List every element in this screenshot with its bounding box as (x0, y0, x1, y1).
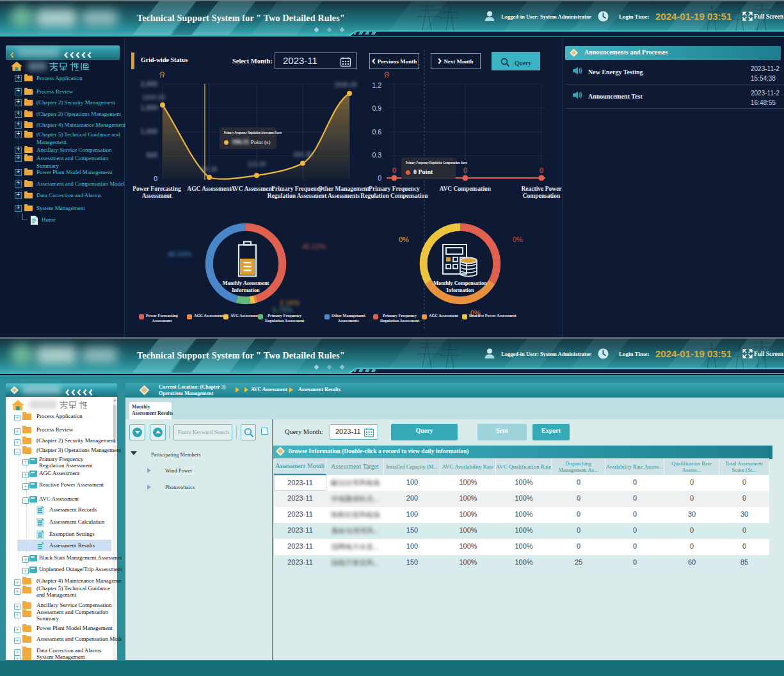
svg-text:500: 500 (146, 151, 157, 159)
svg-text:2,000: 2,000 (141, 80, 157, 88)
svg-text:AVC Assessment: AVC Assessment (230, 186, 274, 192)
svg-text:Power ForecastingAssessment: Power ForecastingAssessment (132, 186, 181, 199)
svg-text:68.36: 68.36 (201, 166, 217, 173)
svg-text:AGC Assessment: AGC Assessment (187, 186, 232, 192)
svg-text:1,000: 1,000 (141, 127, 157, 135)
svg-text:0: 0 (392, 166, 396, 174)
svg-text:0: 0 (463, 166, 467, 174)
svg-text:0: 0 (378, 174, 381, 182)
svg-text:1,500: 1,500 (141, 104, 157, 111)
svg-text:115.00: 115.00 (247, 161, 266, 168)
svg-text:1600.00: 1600.00 (142, 94, 166, 101)
svg-text:390.35: 390.35 (293, 151, 313, 158)
svg-text:1.2: 1.2 (372, 81, 381, 89)
svg-text:0.3: 0.3 (372, 151, 381, 159)
svg-text:0: 0 (154, 175, 157, 182)
svg-text:Reactive PowerCompensation: Reactive PowerCompensation (521, 186, 562, 199)
svg-text:0: 0 (540, 166, 543, 174)
svg-text:AVC Compensation: AVC Compensation (440, 186, 492, 192)
svg-text:0.6: 0.6 (372, 128, 381, 136)
svg-text:1836.00: 1836.00 (334, 81, 358, 88)
svg-text:0.9: 0.9 (372, 104, 381, 112)
svg-text:Primary FrequencyRegulation Co: Primary FrequencyRegulation Compensation (360, 186, 428, 199)
